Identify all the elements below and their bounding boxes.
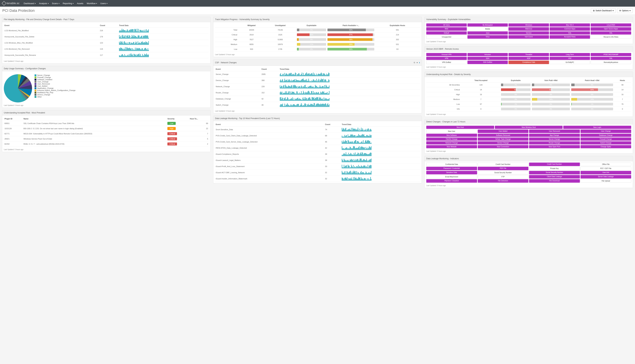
column-header[interactable]: Mitigated	[239, 24, 264, 28]
filter-button[interactable]: Change Spike	[580, 145, 631, 148]
table-row[interactable]: Honeycomb_Successful_File_Rename117	[4, 52, 209, 58]
filter-button[interactable]: Email Attachment	[426, 175, 477, 178]
filter-button[interactable]: Unsupported	[426, 35, 467, 39]
column-header[interactable]: Patch Avail >30d	[570, 78, 614, 82]
filter-button[interactable]: RDP	[508, 57, 549, 60]
filter-button[interactable]: New Software	[426, 134, 477, 137]
nav-item-users[interactable]: Users	[100, 2, 108, 5]
table-row[interactable]: 1015128BSI-100-2: S 2.231: Do not show l…	[4, 126, 209, 131]
table-row[interactable]: 82292RHEL 5 / 6 / 7 : setroubleshoot (RH…	[4, 142, 209, 147]
nav-item-analysis[interactable]: Analysis	[39, 2, 48, 5]
legend-item[interactable]: Software_Installed	[34, 78, 76, 80]
filter-button[interactable]: New Login	[563, 126, 631, 129]
filter-button[interactable]: SSL	[591, 57, 631, 60]
filter-button[interactable]: Open Source Apps	[591, 27, 631, 31]
switch-dashboard-button[interactable]: Switch Dashboard ▾	[591, 8, 616, 13]
column-header[interactable]: Plugin ID	[4, 117, 23, 121]
legend-item[interactable]: User_Change	[34, 81, 76, 83]
legend-item[interactable]: Application_Change	[34, 87, 76, 89]
column-header[interactable]: Vuln Publ >90d	[531, 78, 570, 82]
legend-item[interactable]: Other	[34, 96, 76, 98]
options-button[interactable]: Options ▾	[617, 8, 633, 13]
filter-button[interactable]: Office File	[580, 162, 631, 166]
column-header[interactable]: Trend Data	[279, 67, 420, 71]
filter-button[interactable]: Mac OS X	[550, 24, 590, 26]
filter-button[interactable]: VPN Sniffed	[426, 60, 467, 64]
table-row[interactable]: Honeycomb_Successful_File_Delete178	[4, 34, 209, 40]
table-row[interactable]: Low972%0%1%76	[426, 102, 631, 106]
filter-button[interactable]: IPSEC/IKE/ISAKMP	[591, 53, 631, 56]
filter-button[interactable]: Compliance Fails	[508, 60, 549, 64]
table-row[interactable]: 82771MS15-034: Vulnerability in HTTP.sys…	[4, 131, 209, 136]
gear-icon[interactable]	[414, 62, 415, 64]
nav-item-scans[interactable]: Scans	[52, 2, 60, 5]
filter-button[interactable]: User Info	[580, 171, 631, 174]
filter-button[interactable]: Virus	[468, 35, 508, 39]
table-row[interactable]: PVS-Credit_Card_Server_Data_Leakage_Dete…	[215, 139, 420, 145]
filter-button[interactable]: Java	[468, 32, 508, 34]
table-row[interactable]: Network_Change228	[215, 84, 420, 90]
filter-button[interactable]: RemotelyAnywhere	[591, 60, 631, 64]
filter-button[interactable]: Software Removed	[478, 134, 528, 137]
filter-button[interactable]: All Vulns	[426, 24, 467, 26]
filter-button[interactable]: User Added	[478, 130, 528, 133]
filter-button[interactable]: Web	[426, 27, 467, 31]
filter-button[interactable]: App Change	[529, 134, 580, 137]
filter-button[interactable]: Credit Card Number	[529, 162, 580, 166]
column-header[interactable]: Patch Available >...	[327, 24, 375, 28]
filter-button[interactable]: VNC	[550, 57, 590, 60]
table-row[interactable]: LCE-Monitored_File_Removed118	[4, 46, 209, 52]
filter-button[interactable]: User Removed	[529, 130, 580, 133]
filter-button[interactable]: Switch Change	[580, 141, 631, 144]
column-header[interactable]: Trend Data	[118, 24, 209, 28]
filter-button[interactable]: Firewall Change	[580, 138, 631, 141]
filter-button[interactable]: Windows	[508, 24, 549, 26]
column-header[interactable]: Event	[4, 24, 99, 28]
nav-item-dashboard[interactable]: Dashboard	[24, 2, 36, 5]
filter-button[interactable]: SSL	[591, 32, 631, 34]
filter-button[interactable]: Service	[508, 32, 549, 34]
filter-button[interactable]: Default	[426, 32, 467, 34]
filter-button[interactable]: Password / Credential	[426, 167, 477, 170]
table-row[interactable]: LCE-Windows_Misc_File_Modified123	[4, 40, 209, 46]
table-row[interactable]: PATA-NTDS_Data_Leakage_Detected42	[215, 145, 420, 151]
filter-button[interactable]: Server Change	[529, 138, 580, 141]
filter-button[interactable]: Long-Term	[550, 53, 590, 56]
filter-button[interactable]: SQL	[550, 32, 590, 34]
filter-button[interactable]: FTP	[478, 175, 528, 178]
table-row[interactable]: Server_Change2005	[215, 71, 420, 78]
filter-button[interactable]: Database Change	[580, 134, 631, 137]
filter-button[interactable]: Sched. Task Change	[478, 138, 528, 141]
table-row[interactable]: Medium80551897611%58%531	[215, 42, 420, 47]
filter-button[interactable]: Private Key	[529, 167, 580, 170]
filter-button[interactable]: Accepted Risks	[550, 35, 590, 39]
legend-item[interactable]: Server_Change	[34, 74, 76, 76]
filter-button[interactable]: New Website	[426, 145, 477, 148]
filter-button[interactable]: New Open Port	[529, 145, 580, 148]
filter-button[interactable]: User Change	[580, 130, 631, 133]
filter-button[interactable]: Threatlist	[508, 53, 549, 56]
column-header[interactable]: Event	[215, 122, 324, 126]
filter-button[interactable]: PDF File	[478, 167, 528, 170]
table-row[interactable]: iGuard-ACT-DBF_Leaving_Network32	[215, 170, 420, 176]
column-header[interactable]: Total Accepted	[462, 78, 500, 82]
nav-item-workflow[interactable]: Workflow	[87, 2, 97, 5]
filter-button[interactable]: Social Security Number	[478, 171, 528, 174]
column-header[interactable]: Host To...	[189, 117, 209, 121]
filter-button[interactable]: SSH Sniffed	[468, 60, 508, 64]
column-header[interactable]: Count	[261, 67, 279, 71]
filter-button[interactable]: Linux/UNIX	[591, 24, 631, 26]
column-header[interactable]: Hosts	[614, 78, 631, 82]
column-header[interactable]: Exploitable	[296, 24, 327, 28]
table-row[interactable]: Database_Change42	[215, 96, 420, 102]
column-header[interactable]: Unmitigated	[264, 24, 296, 28]
filter-button[interactable]: PST / OST File	[580, 167, 631, 170]
filter-button[interactable]: New User	[426, 130, 477, 133]
table-row[interactable]: Low50317356%84%63	[215, 47, 420, 52]
caret-down-icon[interactable]: ▾	[417, 62, 418, 64]
column-header[interactable]: Count	[99, 24, 118, 28]
table-row[interactable]: Total18204741368%82%591	[215, 28, 420, 32]
column-header[interactable]: Severity	[167, 117, 189, 121]
filter-button[interactable]: Vuln Event	[508, 35, 549, 39]
legend-item[interactable]: Firewall_Change	[34, 76, 76, 78]
